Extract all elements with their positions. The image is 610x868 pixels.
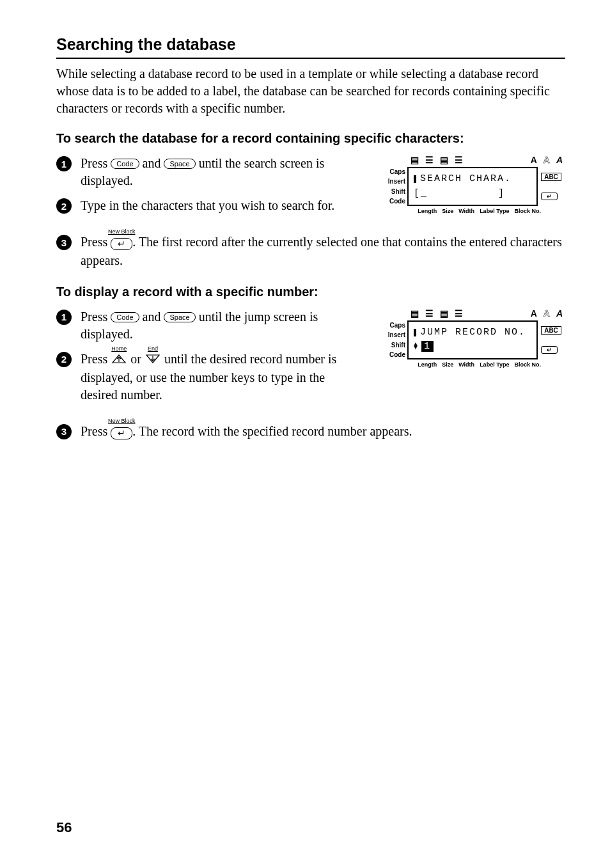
updown-arrow-icon: ▲▼	[414, 343, 419, 349]
step-number-icon: 3	[56, 235, 72, 250]
lcd-label-labeltype: Label Type	[480, 208, 509, 214]
return-key-icon: ↵	[111, 427, 132, 440]
step-a1-text-b: and	[139, 156, 164, 170]
page-number: 56	[56, 819, 72, 836]
lcd-return-icon: ↵	[541, 193, 558, 200]
step-number-icon: 1	[56, 310, 72, 325]
font-a-outline-icon: A	[544, 155, 550, 165]
font-a-bold-icon: A	[531, 308, 537, 319]
step-a1: 1 Press Code and Space until the search …	[56, 155, 364, 189]
lcd-bracket-open: [	[414, 188, 421, 199]
lcd-line1: SEARCH CHARA.	[420, 172, 512, 187]
lcd-label-width: Width	[458, 208, 474, 214]
lcd-label-blockno: Block No.	[514, 361, 541, 368]
step-b3-text-b: . The record with the specified record n…	[132, 424, 412, 438]
lcd-label-code: Code	[380, 198, 405, 205]
lcd-label-width: Width	[458, 361, 474, 368]
font-a-outline-icon: A	[544, 308, 550, 319]
step-number-icon: 2	[56, 352, 72, 367]
lcd-label-caps: Caps	[380, 322, 405, 329]
align-left-icon: ▤	[411, 308, 419, 319]
step-b2-text-a: Press	[81, 352, 111, 366]
lcd-screen: SEARCH CHARA. [_ ]	[407, 167, 538, 206]
cursor-icon	[414, 329, 416, 336]
arrow-down-key-icon	[145, 353, 161, 365]
lcd-label-labeltype: Label Type	[480, 361, 509, 368]
lcd-label-code: Code	[380, 351, 405, 358]
lcd-illustration-jump: ▤ ☰ ▤ ☰ A A A Caps Insert Shift Code	[380, 308, 565, 368]
align-left-icon: ▤	[411, 155, 419, 165]
step-number-icon: 1	[56, 156, 72, 171]
intro-paragraph: While selecting a database record to be …	[56, 65, 565, 117]
font-a-italic-icon: A	[556, 308, 563, 319]
subheading-jump-number: To display a record with a specific numb…	[56, 285, 565, 299]
step-a3: 3 Press New Block↵. The first record aft…	[56, 233, 565, 269]
lcd-label-size: Size	[442, 361, 453, 368]
step-b2: 2 Press Home or End until the desired re…	[56, 351, 364, 404]
lcd-label-caps: Caps	[380, 168, 405, 175]
lcd-line1: JUMP RECORD NO.	[420, 326, 526, 340]
step-b1-text-b: and	[139, 310, 164, 324]
step-b3: 3 Press New Block↵. The record with the …	[56, 423, 565, 441]
font-a-italic-icon: A	[556, 155, 563, 165]
lcd-label-insert: Insert	[380, 178, 405, 185]
align-center-icon: ☰	[425, 155, 434, 165]
code-key-icon: Code	[111, 159, 139, 169]
lcd-label-length: Length	[418, 208, 437, 214]
space-key-icon: Space	[164, 312, 195, 322]
step-b3-text-a: Press	[81, 424, 111, 438]
home-label: Home	[111, 345, 127, 352]
step-b2-text-b: or	[127, 352, 145, 366]
step-a3-text-a: Press	[81, 235, 111, 249]
step-b1-text-a: Press	[81, 310, 111, 324]
align-justify-icon: ☰	[455, 308, 463, 319]
lcd-bracket-close: ]	[498, 188, 505, 199]
lcd-return-icon: ↵	[541, 346, 558, 354]
lcd-label-length: Length	[418, 361, 437, 368]
font-a-bold-icon: A	[531, 155, 537, 165]
align-right-icon: ▤	[440, 308, 448, 319]
lcd-label-shift: Shift	[380, 342, 405, 349]
align-center-icon: ☰	[425, 308, 434, 319]
lcd-label-insert: Insert	[380, 331, 405, 338]
lcd-label-shift: Shift	[380, 188, 405, 195]
newblock-label: New Block	[108, 417, 136, 425]
step-a3-text-b: . The first record after the currently s…	[81, 235, 562, 267]
step-number-icon: 3	[56, 424, 72, 439]
step-number-icon: 2	[56, 198, 72, 214]
arrow-up-key-icon	[111, 353, 127, 365]
return-key-icon: ↵	[111, 238, 132, 251]
lcd-label-blockno: Block No.	[514, 208, 541, 214]
cursor-icon	[414, 175, 416, 183]
step-a1-text-a: Press	[81, 156, 111, 170]
align-justify-icon: ☰	[455, 155, 463, 165]
lcd-abc-icon: ABC	[541, 326, 561, 335]
lcd-screen: JUMP RECORD NO. ▲▼1	[407, 320, 538, 359]
align-right-icon: ▤	[440, 155, 448, 165]
space-key-icon: Space	[164, 159, 195, 169]
code-key-icon: Code	[111, 312, 139, 322]
lcd-abc-icon: ABC	[541, 173, 561, 181]
end-label: End	[148, 345, 158, 352]
title-rule	[56, 58, 565, 59]
step-b1: 1 Press Code and Space until the jump sc…	[56, 308, 364, 343]
step-a2-text: Type in the characters that you wish to …	[81, 197, 334, 214]
lcd-illustration-search: ▤ ☰ ▤ ☰ A A A Caps Insert Shift Code	[380, 155, 565, 214]
lcd-label-size: Size	[442, 208, 453, 214]
lcd-selected-number: 1	[421, 341, 434, 352]
newblock-label: New Block	[108, 228, 136, 235]
step-a2: 2 Type in the characters that you wish t…	[56, 197, 364, 214]
section-title: Searching the database	[56, 35, 565, 54]
subheading-search-chars: To search the database for a record cont…	[56, 131, 565, 146]
